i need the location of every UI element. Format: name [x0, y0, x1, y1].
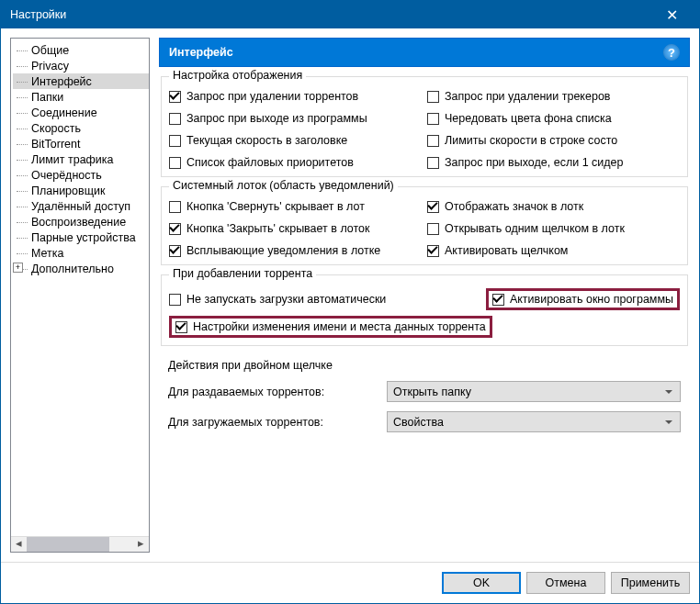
tray-right-checkbox-0[interactable]: Отображать значок в лотк	[427, 200, 680, 213]
dblclick-seeding-select[interactable]: Открыть папку	[387, 381, 681, 402]
tray-left-checkbox-0[interactable]: Кнопка 'Свернуть' скрывает в лот	[169, 200, 422, 213]
tray-right-checkbox-1[interactable]: Открывать одним щелчком в лотк	[427, 222, 680, 235]
checkbox-box	[427, 201, 439, 213]
display-left-checkbox-0[interactable]: Запрос при удалении торрентов	[169, 90, 422, 103]
help-icon[interactable]: ?	[663, 44, 680, 61]
dblclick-downloading-select[interactable]: Свойства	[387, 411, 681, 432]
display-left-checkbox-2[interactable]: Текущая скорость в заголовке	[169, 134, 422, 147]
checkbox-box	[169, 223, 181, 235]
checkbox-label: Лимиты скорости в строке состо	[445, 134, 617, 147]
tree-item-label: Очерёдность	[31, 169, 102, 182]
group-display: Настройка отображения Запрос при удалени…	[161, 76, 688, 177]
close-icon[interactable]: ✕	[653, 6, 690, 24]
tree-item-12[interactable]: Парные устройства	[13, 229, 149, 245]
display-right-checkbox-0[interactable]: Запрос при удалении трекеров	[427, 90, 680, 103]
tree-item-7[interactable]: Лимит трафика	[13, 151, 149, 167]
nav-tree: ОбщиеPrivacyИнтерфейсПапкиСоединениеСкор…	[10, 38, 150, 553]
checkbox-label: Запрос при выходе из программы	[186, 112, 367, 125]
tree-item-label: Планировщик	[31, 185, 105, 197]
checkbox-label: Настройки изменения имени и места данных…	[193, 320, 486, 333]
checkbox-label: Текущая скорость в заголовке	[186, 134, 347, 147]
tree-item-10[interactable]: Удалённый доступ	[13, 198, 149, 214]
checkbox-label: Кнопка 'Закрыть' скрывает в лоток	[186, 222, 370, 235]
tree-item-label: Соединение	[31, 106, 97, 119]
tray-left-checkbox-2[interactable]: Всплывающие уведомления в лотке	[169, 244, 422, 257]
section-header: Интерфейс ?	[159, 38, 690, 67]
display-left-checkbox-1[interactable]: Запрос при выходе из программы	[169, 112, 422, 125]
select-value: Свойства	[393, 416, 444, 429]
footer: OK Отмена Применить	[1, 562, 699, 603]
tree-item-label: Интерфейс	[31, 75, 92, 88]
display-right-checkbox-3[interactable]: Запрос при выходе, если 1 сидер	[427, 156, 680, 169]
checkbox-box	[169, 245, 181, 257]
dblclick-downloading-label: Для загружаемых торрентов:	[168, 416, 379, 429]
checkbox-label: Открывать одним щелчком в лотк	[445, 222, 625, 235]
checkbox-box	[427, 91, 439, 103]
checkbox-label: Запрос при удалении торрентов	[186, 90, 358, 103]
checkbox-label: Чередовать цвета фона списка	[445, 112, 612, 125]
tree-item-6[interactable]: BitTorrent	[13, 136, 149, 151]
cancel-button[interactable]: Отмена	[526, 572, 605, 594]
tree-item-label: Скорость	[31, 122, 81, 135]
checkbox-box	[169, 113, 181, 125]
checkbox-box	[427, 157, 439, 169]
scroll-thumb[interactable]	[27, 537, 109, 552]
display-left-checkbox-3[interactable]: Список файловых приоритетов	[169, 156, 422, 169]
tray-right-checkbox-2[interactable]: Активировать щелчком	[427, 244, 680, 257]
tree-item-label: Воспроизведение	[31, 216, 126, 229]
display-right-checkbox-1[interactable]: Чередовать цвета фона списка	[427, 112, 680, 125]
tree-h-scrollbar[interactable]: ◂ ▸	[11, 536, 149, 552]
tree-item-11[interactable]: Воспроизведение	[13, 214, 149, 229]
group-tray: Системный лоток (область уведомлений) Кн…	[161, 186, 688, 265]
checkbox-label: Запрос при выходе, если 1 сидер	[445, 156, 623, 169]
scroll-left-icon[interactable]: ◂	[11, 537, 27, 552]
checkbox-box	[427, 113, 439, 125]
tree-item-13[interactable]: Метка	[13, 245, 149, 261]
apply-button[interactable]: Применить	[611, 572, 690, 594]
highlight-activate-window: Активировать окно программы	[486, 288, 680, 310]
tree-item-label: Папки	[31, 91, 63, 104]
tree-item-2[interactable]: Интерфейс	[13, 73, 149, 89]
checkbox-box	[169, 157, 181, 169]
checkbox-label: Отображать значок в лотк	[445, 200, 583, 213]
titlebar: Настройки ✕	[1, 1, 699, 28]
checkbox-label: Не запускать загрузки автоматически	[186, 293, 386, 306]
display-right-checkbox-2[interactable]: Лимиты скорости в строке состо	[427, 134, 680, 147]
tree-item-label: Лимит трафика	[31, 153, 114, 166]
section-title: Интерфейс	[169, 46, 663, 59]
checkbox-box	[427, 223, 439, 235]
tree-item-5[interactable]: Скорость	[13, 120, 149, 136]
ok-button[interactable]: OK	[442, 572, 521, 594]
checkbox-box	[169, 201, 181, 213]
select-value: Открыть папку	[393, 386, 471, 398]
checkbox-label: Активировать окно программы	[510, 293, 673, 306]
tree-item-label: Дополнительно	[31, 263, 114, 275]
tree-item-0[interactable]: Общие	[13, 42, 149, 58]
tree-item-4[interactable]: Соединение	[13, 105, 149, 120]
checkbox-label: Активировать щелчком	[445, 244, 568, 257]
tree-item-label: Общие	[31, 44, 69, 57]
tray-left-checkbox-1[interactable]: Кнопка 'Закрыть' скрывает в лоток	[169, 222, 422, 235]
expand-icon[interactable]: +	[13, 263, 23, 273]
checkbox-no-auto-start[interactable]: Не запускать загрузки автоматически	[169, 293, 486, 306]
scroll-right-icon[interactable]: ▸	[133, 537, 149, 552]
tree-item-3[interactable]: Папки	[13, 89, 149, 105]
checkbox-activate-window[interactable]: Активировать окно программы	[492, 293, 673, 306]
checkbox-label: Всплывающие уведомления в лотке	[186, 244, 380, 257]
tree-item-8[interactable]: Очерёдность	[13, 167, 149, 183]
group-tray-title: Системный лоток (область уведомлений)	[169, 179, 398, 192]
group-add-torrent: При добавлении торрента Не запускать заг…	[161, 274, 688, 346]
checkbox-box	[169, 91, 181, 103]
checkbox-rename-settings[interactable]: Настройки изменения имени и места данных…	[175, 320, 486, 333]
checkbox-label: Кнопка 'Свернуть' скрывает в лот	[186, 200, 365, 213]
checkbox-box	[169, 135, 181, 147]
dblclick-title: Действия при двойном щелчке	[168, 359, 688, 372]
tree-item-1[interactable]: Privacy	[13, 58, 149, 73]
highlight-rename-settings: Настройки изменения имени и места данных…	[169, 316, 492, 338]
tree-item-14[interactable]: +Дополнительно	[13, 261, 149, 276]
group-display-title: Настройка отображения	[169, 69, 306, 82]
group-add-title: При добавлении торрента	[169, 267, 316, 280]
checkbox-label: Список файловых приоритетов	[186, 156, 354, 169]
tree-item-9[interactable]: Планировщик	[13, 183, 149, 198]
tree-item-label: Удалённый доступ	[31, 200, 130, 213]
